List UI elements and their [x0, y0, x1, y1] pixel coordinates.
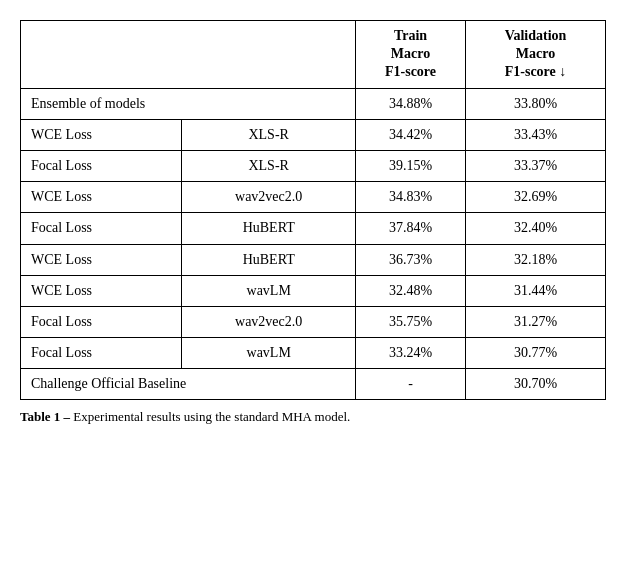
config-col2: wavLM	[182, 338, 356, 369]
table-row: Challenge Official Baseline-30.70%	[21, 369, 606, 400]
train-score: 32.48%	[356, 275, 466, 306]
table-row: Ensemble of models34.88%33.80%	[21, 88, 606, 119]
config-col2: wavLM	[182, 275, 356, 306]
config-col1: Focal Loss	[21, 150, 182, 181]
config-col1: Focal Loss	[21, 306, 182, 337]
table-row: Focal LossHuBERT37.84%32.40%	[21, 213, 606, 244]
config-col2: wav2vec2.0	[182, 306, 356, 337]
config-col1: WCE Loss	[21, 182, 182, 213]
config-col2: wav2vec2.0	[182, 182, 356, 213]
table-row: WCE LosswavLM32.48%31.44%	[21, 275, 606, 306]
train-score: 34.88%	[356, 88, 466, 119]
val-score: 32.69%	[466, 182, 606, 213]
table-row: Focal Losswav2vec2.035.75%31.27%	[21, 306, 606, 337]
val-score: 33.80%	[466, 88, 606, 119]
val-score: 30.77%	[466, 338, 606, 369]
header-train: TrainMacroF1-score	[356, 21, 466, 89]
val-score: 32.40%	[466, 213, 606, 244]
config-col2: XLS-R	[182, 150, 356, 181]
table-wrapper: TrainMacroF1-score ValidationMacroF1-sco…	[20, 20, 606, 427]
val-score: 31.44%	[466, 275, 606, 306]
val-score: 33.43%	[466, 119, 606, 150]
config-col1: Focal Loss	[21, 213, 182, 244]
train-score: 37.84%	[356, 213, 466, 244]
config-col1: WCE Loss	[21, 275, 182, 306]
table-row: WCE Losswav2vec2.034.83%32.69%	[21, 182, 606, 213]
config-col2: XLS-R	[182, 119, 356, 150]
header-configuration	[21, 21, 356, 89]
results-table: TrainMacroF1-score ValidationMacroF1-sco…	[20, 20, 606, 400]
train-score: 39.15%	[356, 150, 466, 181]
train-score: 33.24%	[356, 338, 466, 369]
table-row: Focal LosswavLM33.24%30.77%	[21, 338, 606, 369]
val-score: 31.27%	[466, 306, 606, 337]
config-cell-span: Ensemble of models	[21, 88, 356, 119]
table-row: Focal LossXLS-R39.15%33.37%	[21, 150, 606, 181]
table-caption: Table 1 – Experimental results using the…	[20, 408, 606, 426]
val-score: 33.37%	[466, 150, 606, 181]
config-col2: HuBERT	[182, 213, 356, 244]
table-row: WCE LossXLS-R34.42%33.43%	[21, 119, 606, 150]
val-score: 32.18%	[466, 244, 606, 275]
config-col1: Focal Loss	[21, 338, 182, 369]
config-col1: WCE Loss	[21, 244, 182, 275]
train-score: 35.75%	[356, 306, 466, 337]
train-score: 36.73%	[356, 244, 466, 275]
table-row: WCE LossHuBERT36.73%32.18%	[21, 244, 606, 275]
config-col2: HuBERT	[182, 244, 356, 275]
header-validation: ValidationMacroF1-score ↓	[466, 21, 606, 89]
train-score: 34.83%	[356, 182, 466, 213]
train-score: 34.42%	[356, 119, 466, 150]
train-score: -	[356, 369, 466, 400]
config-col1: WCE Loss	[21, 119, 182, 150]
val-score: 30.70%	[466, 369, 606, 400]
config-cell-span: Challenge Official Baseline	[21, 369, 356, 400]
